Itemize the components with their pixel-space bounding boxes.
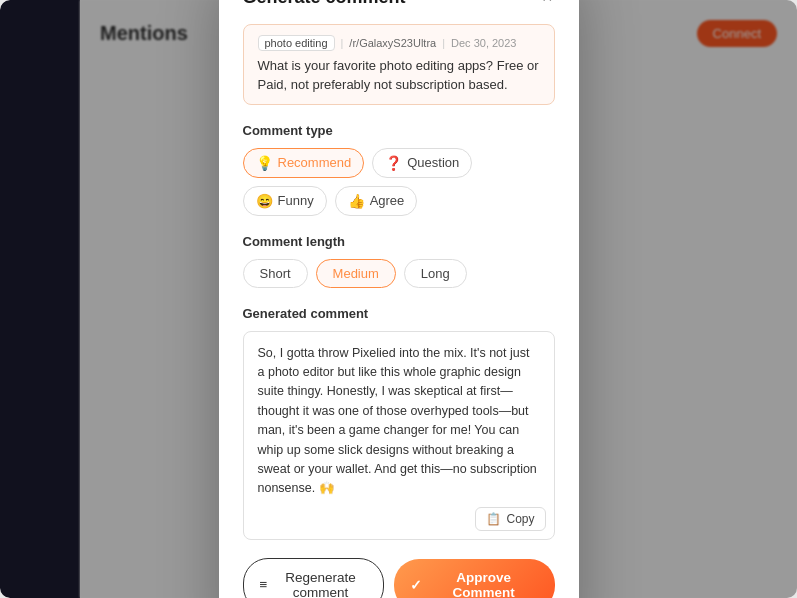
regenerate-icon: ≡ <box>260 577 268 592</box>
type-question-button[interactable]: ❓ Question <box>372 148 472 178</box>
post-separator: | <box>341 37 344 49</box>
post-meta: photo editing | /r/GalaxyS23Ultra | Dec … <box>258 35 540 51</box>
generated-comment-area: So, I gotta throw Pixelied into the mix.… <box>243 331 555 540</box>
agree-label: Agree <box>370 193 405 208</box>
question-label: Question <box>407 155 459 170</box>
funny-label: Funny <box>278 193 314 208</box>
post-tag: photo editing <box>258 35 335 51</box>
length-short-button[interactable]: Short <box>243 259 308 288</box>
type-recommend-button[interactable]: 💡 Recommend <box>243 148 365 178</box>
approve-label: Approve Comment <box>429 570 539 598</box>
funny-icon: 😄 <box>256 193 273 209</box>
post-text: What is your favorite photo editing apps… <box>258 57 540 93</box>
approve-button[interactable]: ✓ Approve Comment <box>394 559 555 598</box>
post-subreddit: /r/GalaxyS23Ultra <box>349 37 436 49</box>
post-date-separator: | <box>442 37 445 49</box>
copy-button[interactable]: 📋 Copy <box>475 507 545 531</box>
agree-icon: 👍 <box>348 193 365 209</box>
modal-title: Generate comment <box>243 0 406 8</box>
generate-comment-modal: Generate comment × photo editing | /r/Ga… <box>219 0 579 598</box>
comment-type-buttons: 💡 Recommend ❓ Question 😄 Funny 👍 Agree <box>243 148 555 216</box>
copy-label: Copy <box>506 512 534 526</box>
type-agree-button[interactable]: 👍 Agree <box>335 186 418 216</box>
post-date: Dec 30, 2023 <box>451 37 516 49</box>
comment-type-label: Comment type <box>243 123 555 138</box>
comment-length-label: Comment length <box>243 234 555 249</box>
recommend-icon: 💡 <box>256 155 273 171</box>
regenerate-button[interactable]: ≡ Regenerate comment <box>243 558 384 598</box>
length-long-button[interactable]: Long <box>404 259 467 288</box>
question-icon: ❓ <box>385 155 402 171</box>
length-medium-button[interactable]: Medium <box>316 259 396 288</box>
type-funny-button[interactable]: 😄 Funny <box>243 186 327 216</box>
generated-comment-text: So, I gotta throw Pixelied into the mix.… <box>258 344 540 527</box>
close-button[interactable]: × <box>540 0 555 8</box>
post-card: photo editing | /r/GalaxyS23Ultra | Dec … <box>243 24 555 104</box>
copy-icon: 📋 <box>486 512 501 526</box>
modal-footer: ≡ Regenerate comment ✓ Approve Comment <box>243 558 555 598</box>
modal-overlay: Generate comment × photo editing | /r/Ga… <box>0 0 797 598</box>
comment-length-buttons: Short Medium Long <box>243 259 555 288</box>
regenerate-label: Regenerate comment <box>274 570 366 598</box>
generated-comment-label: Generated comment <box>243 306 555 321</box>
approve-check-icon: ✓ <box>410 577 422 593</box>
modal-header: Generate comment × <box>243 0 555 8</box>
recommend-label: Recommend <box>278 155 352 170</box>
